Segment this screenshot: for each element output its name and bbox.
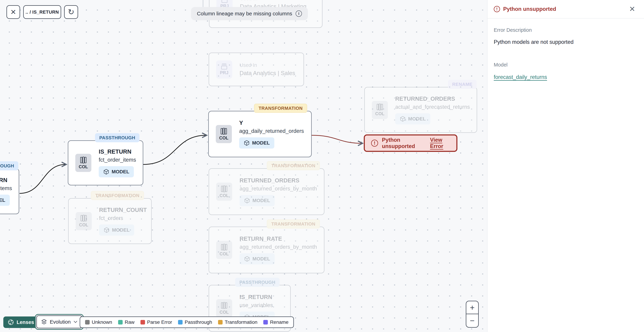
lenses-button[interactable]: Lenses [3, 317, 38, 328]
lens-select-focus-ring: Evolution [35, 314, 84, 330]
error-details-panel: ! Python unsupported ✕ Error Description… [487, 0, 644, 332]
columns-icon [377, 103, 383, 110]
node-used-in-sales[interactable]: PRJ Used In Data Analytics | Sales [208, 52, 304, 86]
info-icon[interactable]: i [296, 10, 302, 17]
model-badge: MODEL [0, 195, 10, 206]
cube-icon [244, 256, 250, 262]
legend-item-raw: Raw [118, 320, 134, 325]
parse-error-swatch [140, 320, 145, 325]
aperture-icon [8, 319, 14, 325]
cube-icon [104, 227, 110, 233]
column-name: IS_RETURN [0, 177, 12, 183]
column-tag: COL [216, 125, 232, 143]
panel-close-icon[interactable]: ✕ [629, 5, 635, 13]
zoom-in-button[interactable]: + [466, 301, 478, 314]
error-description-label: Error Description [494, 27, 638, 33]
refresh-icon: ↻ [68, 8, 74, 16]
column-tag: COL [372, 101, 388, 119]
model-link[interactable]: forecast_daily_returns [494, 74, 547, 80]
project-tag: PRJ [216, 60, 232, 78]
model-name: fct_order_items [0, 185, 12, 192]
breadcrumb[interactable]: .. / IS_RETURN [23, 5, 61, 19]
rename-swatch [263, 320, 268, 325]
model-name: agg_returned_orders_by_month [240, 244, 317, 250]
node-is-return-upstream[interactable]: PASSTHROUGH COL IS_RETURN fct_order_item… [0, 168, 19, 214]
model-badge: MODEL [240, 253, 275, 265]
error-node-python-unsupported[interactable]: ! Python unsupported View Error [364, 134, 458, 152]
model-name: agg_daily_returned_orders [239, 128, 304, 134]
cube-icon [244, 140, 250, 146]
banner-text: Column lineage may be missing columns [197, 11, 292, 16]
columns-icon [80, 157, 86, 164]
columns-icon [221, 185, 227, 192]
zoom-out-button[interactable]: − [466, 314, 478, 327]
refresh-button[interactable]: ↻ [64, 5, 78, 19]
raw-swatch [118, 320, 123, 325]
close-lineage-button[interactable]: ✕ [6, 5, 20, 19]
node-return-count[interactable]: TRANSFORMATION COL RETURN_COUNT fct_orde… [68, 198, 152, 244]
project-icon [221, 0, 228, 3]
panel-body: Error Description Python models are not … [488, 18, 644, 89]
lineage-warning-banner: Column lineage may be missing columns i [191, 7, 308, 20]
error-icon: ! [494, 6, 500, 12]
panel-title: Python unsupported [503, 6, 556, 12]
node-returned-orders-forecasted[interactable]: RENAME COL RETURNED_ORDERS actual_and_fo… [364, 87, 477, 133]
error-label: Python unsupported [382, 137, 421, 149]
column-name: Y [239, 120, 304, 126]
node-is-return-fct-order-items[interactable]: PASSTHROUGH COL IS_RETURN fct_order_item… [68, 140, 143, 185]
column-name: RETURN_COUNT [99, 207, 147, 213]
chevron-down-icon [74, 321, 78, 323]
model-name: actual_and_forecasted_returns [395, 104, 470, 110]
edge-aggdaily-to-error [312, 135, 362, 143]
column-name: RETURNED_ORDERS [395, 95, 470, 102]
model-name: fct_order_items [99, 157, 136, 163]
lineage-canvas[interactable]: PRJ Used In Data Analytics | Marketing P… [0, 0, 487, 332]
panel-header: ! Python unsupported ✕ [488, 0, 644, 18]
legend-item-transformation: Transformation [218, 320, 257, 325]
project-icon [221, 63, 228, 69]
columns-icon [221, 302, 227, 309]
legend-item-unknown: Unknown [85, 320, 112, 325]
legend-item-parse-error: Parse Error [140, 320, 172, 325]
column-tag: COL [76, 212, 92, 230]
model-name: agg_returned_orders_by_month [240, 186, 317, 192]
model-badge: MODEL [239, 137, 274, 149]
used-in-value: Data Analytics | Sales [240, 70, 295, 76]
columns-icon [80, 215, 87, 222]
used-in-label: Used In [240, 0, 306, 1]
node-y-agg-daily-returned-orders[interactable]: TRANSFORMATION COL Y agg_daily_returned_… [208, 111, 312, 157]
model-badge: MODEL [395, 113, 430, 124]
column-name: IS_RETURN [99, 148, 136, 155]
close-icon: ✕ [10, 8, 16, 15]
unknown-swatch [85, 320, 90, 325]
lenses-label: Lenses [16, 320, 34, 325]
error-description-value: Python models are not supported [494, 39, 638, 45]
model-badge: MODEL [240, 195, 275, 206]
column-name: RETURN_RATE [240, 236, 317, 242]
columns-icon [221, 128, 227, 135]
error-icon: ! [371, 140, 378, 147]
zoom-controls: + − [466, 301, 479, 328]
transformation-swatch [218, 320, 222, 325]
column-tag: COL [216, 241, 232, 259]
used-in-label: Used In [240, 62, 295, 68]
model-badge: MODEL [99, 225, 134, 236]
layers-icon [41, 319, 47, 325]
cube-icon [400, 116, 406, 122]
edge-isreturn-to-aggdaily [143, 135, 206, 164]
edge-cutleft-to-isreturn [20, 164, 66, 193]
evolution-dropdown[interactable]: Evolution [36, 316, 82, 328]
view-error-link[interactable]: View Error [430, 137, 450, 149]
lens-legend: Unknown Raw Parse Error Passthrough Tran… [80, 317, 294, 328]
node-returned-orders-by-month[interactable]: TRANSFORMATION COL RETURNED_ORDERS agg_r… [208, 168, 324, 215]
column-name: RETURNED_ORDERS [240, 177, 317, 184]
model-badge: MODEL [99, 166, 134, 177]
legend-item-passthrough: Passthrough [178, 320, 212, 325]
columns-icon [221, 244, 227, 251]
model-name: fct_orders [99, 215, 147, 221]
cube-icon [244, 198, 250, 204]
node-return-rate[interactable]: TRANSFORMATION COL RETURN_RATE agg_retur… [208, 227, 324, 273]
evolution-label: Evolution [50, 319, 70, 325]
column-tag: COL [216, 183, 232, 201]
cube-icon [103, 169, 109, 175]
